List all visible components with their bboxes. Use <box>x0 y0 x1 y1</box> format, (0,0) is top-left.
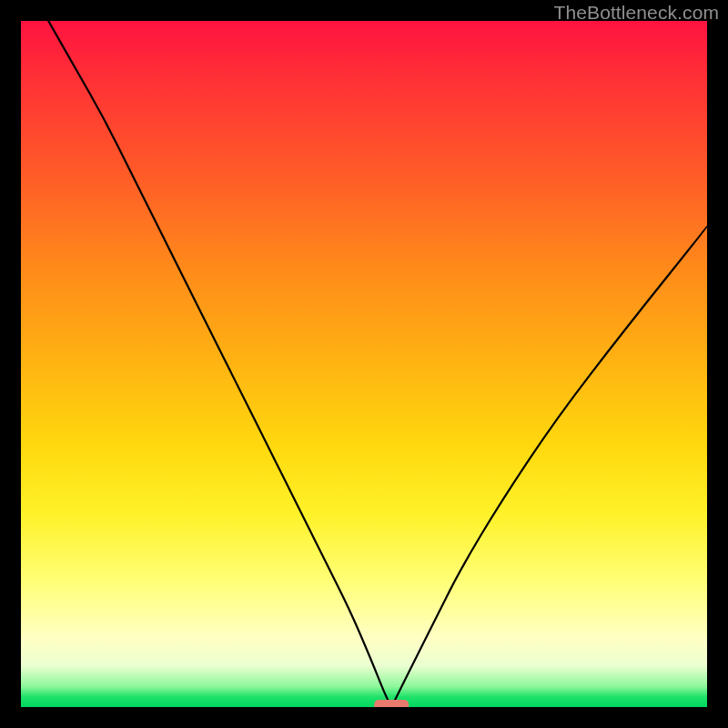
minimum-marker <box>374 700 409 707</box>
chart-stage: TheBottleneck.com <box>0 0 728 728</box>
bottleneck-curve-svg <box>21 21 707 707</box>
plot-area <box>21 21 707 707</box>
watermark-text: TheBottleneck.com <box>554 2 719 24</box>
bottleneck-curve <box>48 21 707 703</box>
